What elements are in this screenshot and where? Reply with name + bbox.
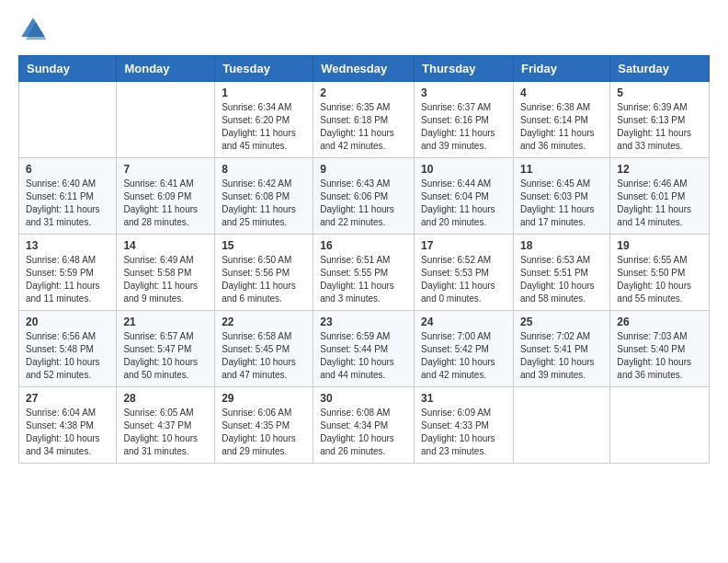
calendar-week-row: 13Sunrise: 6:48 AM Sunset: 5:59 PM Dayli…	[19, 235, 710, 311]
day-number: 14	[123, 239, 208, 252]
column-header-monday: Monday	[117, 56, 215, 82]
day-number: 31	[421, 392, 506, 405]
calendar-cell: 11Sunrise: 6:45 AM Sunset: 6:03 PM Dayli…	[513, 158, 609, 235]
calendar-week-row: 27Sunrise: 6:04 AM Sunset: 4:38 PM Dayli…	[19, 387, 710, 464]
day-number: 1	[222, 86, 306, 99]
column-header-friday: Friday	[513, 56, 609, 82]
day-number: 24	[421, 316, 506, 328]
calendar-cell: 18Sunrise: 6:53 AM Sunset: 5:51 PM Dayli…	[513, 235, 609, 311]
calendar-cell: 20Sunrise: 6:56 AM Sunset: 5:48 PM Dayli…	[19, 311, 117, 387]
day-number: 25	[520, 316, 603, 328]
day-number: 17	[421, 239, 506, 252]
calendar-cell	[610, 387, 710, 464]
day-info: Sunrise: 6:42 AM Sunset: 6:08 PM Dayligh…	[222, 178, 306, 229]
calendar-cell: 1Sunrise: 6:34 AM Sunset: 6:20 PM Daylig…	[215, 82, 313, 158]
calendar-cell: 25Sunrise: 7:02 AM Sunset: 5:41 PM Dayli…	[513, 311, 609, 387]
day-number: 13	[26, 239, 109, 252]
calendar-cell: 21Sunrise: 6:57 AM Sunset: 5:47 PM Dayli…	[117, 311, 215, 387]
day-number: 5	[617, 86, 702, 99]
day-number: 28	[123, 392, 208, 405]
day-number: 3	[421, 86, 506, 99]
calendar-cell: 26Sunrise: 7:03 AM Sunset: 5:40 PM Dayli…	[610, 311, 710, 387]
day-info: Sunrise: 6:38 AM Sunset: 6:14 PM Dayligh…	[520, 101, 603, 153]
logo	[18, 15, 53, 44]
calendar-cell: 2Sunrise: 6:35 AM Sunset: 6:18 PM Daylig…	[313, 82, 415, 158]
calendar-cell: 6Sunrise: 6:40 AM Sunset: 6:11 PM Daylig…	[19, 158, 117, 235]
day-info: Sunrise: 6:55 AM Sunset: 5:50 PM Dayligh…	[617, 254, 702, 305]
calendar-cell: 12Sunrise: 6:46 AM Sunset: 6:01 PM Dayli…	[610, 158, 710, 235]
calendar-cell: 13Sunrise: 6:48 AM Sunset: 5:59 PM Dayli…	[19, 235, 117, 311]
day-number: 4	[520, 86, 603, 99]
day-number: 11	[520, 163, 603, 176]
day-number: 9	[320, 163, 407, 176]
calendar-cell: 14Sunrise: 6:49 AM Sunset: 5:58 PM Dayli…	[117, 235, 215, 311]
calendar-cell	[117, 82, 215, 158]
day-info: Sunrise: 6:43 AM Sunset: 6:06 PM Dayligh…	[320, 178, 407, 229]
day-number: 8	[222, 163, 306, 176]
day-number: 6	[26, 163, 109, 176]
day-info: Sunrise: 6:41 AM Sunset: 6:09 PM Dayligh…	[123, 178, 208, 229]
day-info: Sunrise: 6:39 AM Sunset: 6:13 PM Dayligh…	[617, 101, 702, 153]
calendar-table: SundayMondayTuesdayWednesdayThursdayFrid…	[18, 55, 710, 464]
calendar-cell: 29Sunrise: 6:06 AM Sunset: 4:35 PM Dayli…	[215, 387, 313, 464]
day-number: 12	[617, 163, 702, 176]
day-number: 26	[617, 316, 702, 328]
calendar-cell	[19, 82, 117, 158]
calendar-cell: 16Sunrise: 6:51 AM Sunset: 5:55 PM Dayli…	[313, 235, 415, 311]
day-number: 29	[222, 392, 306, 405]
day-info: Sunrise: 6:49 AM Sunset: 5:58 PM Dayligh…	[123, 254, 208, 305]
day-number: 19	[617, 239, 702, 252]
day-info: Sunrise: 6:59 AM Sunset: 5:44 PM Dayligh…	[320, 330, 407, 382]
calendar-cell: 4Sunrise: 6:38 AM Sunset: 6:14 PM Daylig…	[513, 82, 609, 158]
calendar-cell: 24Sunrise: 7:00 AM Sunset: 5:42 PM Dayli…	[415, 311, 514, 387]
day-info: Sunrise: 7:00 AM Sunset: 5:42 PM Dayligh…	[421, 330, 506, 382]
day-info: Sunrise: 7:03 AM Sunset: 5:40 PM Dayligh…	[617, 330, 702, 382]
day-info: Sunrise: 6:53 AM Sunset: 5:51 PM Dayligh…	[520, 254, 603, 305]
day-number: 21	[123, 316, 208, 328]
day-info: Sunrise: 6:46 AM Sunset: 6:01 PM Dayligh…	[617, 178, 702, 229]
day-info: Sunrise: 6:09 AM Sunset: 4:33 PM Dayligh…	[421, 407, 506, 458]
day-number: 23	[320, 316, 407, 328]
calendar-cell: 15Sunrise: 6:50 AM Sunset: 5:56 PM Dayli…	[215, 235, 313, 311]
calendar-week-row: 6Sunrise: 6:40 AM Sunset: 6:11 PM Daylig…	[19, 158, 710, 235]
day-info: Sunrise: 6:51 AM Sunset: 5:55 PM Dayligh…	[320, 254, 407, 305]
column-header-thursday: Thursday	[415, 56, 514, 82]
day-info: Sunrise: 6:50 AM Sunset: 5:56 PM Dayligh…	[222, 254, 306, 305]
day-info: Sunrise: 6:05 AM Sunset: 4:37 PM Dayligh…	[123, 407, 208, 458]
day-info: Sunrise: 6:58 AM Sunset: 5:45 PM Dayligh…	[222, 330, 306, 382]
calendar-cell: 3Sunrise: 6:37 AM Sunset: 6:16 PM Daylig…	[415, 82, 514, 158]
day-number: 30	[320, 392, 407, 405]
day-number: 7	[123, 163, 208, 176]
day-info: Sunrise: 7:02 AM Sunset: 5:41 PM Dayligh…	[520, 330, 603, 382]
day-number: 2	[320, 86, 407, 99]
day-info: Sunrise: 6:35 AM Sunset: 6:18 PM Dayligh…	[320, 101, 407, 153]
day-info: Sunrise: 6:37 AM Sunset: 6:16 PM Dayligh…	[421, 101, 506, 153]
header	[18, 15, 710, 44]
calendar-cell: 19Sunrise: 6:55 AM Sunset: 5:50 PM Dayli…	[610, 235, 710, 311]
day-number: 27	[26, 392, 109, 405]
day-info: Sunrise: 6:52 AM Sunset: 5:53 PM Dayligh…	[421, 254, 506, 305]
day-info: Sunrise: 6:34 AM Sunset: 6:20 PM Dayligh…	[222, 101, 306, 153]
column-header-tuesday: Tuesday	[215, 56, 313, 82]
calendar-cell: 31Sunrise: 6:09 AM Sunset: 4:33 PM Dayli…	[415, 387, 514, 464]
calendar-cell: 22Sunrise: 6:58 AM Sunset: 5:45 PM Dayli…	[215, 311, 313, 387]
calendar-cell: 10Sunrise: 6:44 AM Sunset: 6:04 PM Dayli…	[415, 158, 514, 235]
calendar-cell: 7Sunrise: 6:41 AM Sunset: 6:09 PM Daylig…	[117, 158, 215, 235]
calendar-cell: 27Sunrise: 6:04 AM Sunset: 4:38 PM Dayli…	[19, 387, 117, 464]
calendar-cell: 5Sunrise: 6:39 AM Sunset: 6:13 PM Daylig…	[610, 82, 710, 158]
day-number: 18	[520, 239, 603, 252]
calendar-week-row: 20Sunrise: 6:56 AM Sunset: 5:48 PM Dayli…	[19, 311, 710, 387]
column-header-wednesday: Wednesday	[313, 56, 415, 82]
day-info: Sunrise: 6:44 AM Sunset: 6:04 PM Dayligh…	[421, 178, 506, 229]
column-header-sunday: Sunday	[19, 56, 117, 82]
day-info: Sunrise: 6:06 AM Sunset: 4:35 PM Dayligh…	[222, 407, 306, 458]
page: SundayMondayTuesdayWednesdayThursdayFrid…	[0, 0, 728, 482]
calendar-week-row: 1Sunrise: 6:34 AM Sunset: 6:20 PM Daylig…	[19, 82, 710, 158]
calendar-cell: 17Sunrise: 6:52 AM Sunset: 5:53 PM Dayli…	[415, 235, 514, 311]
calendar-cell: 30Sunrise: 6:08 AM Sunset: 4:34 PM Dayli…	[313, 387, 415, 464]
day-info: Sunrise: 6:48 AM Sunset: 5:59 PM Dayligh…	[26, 254, 109, 305]
day-number: 15	[222, 239, 306, 252]
day-info: Sunrise: 6:40 AM Sunset: 6:11 PM Dayligh…	[26, 178, 109, 229]
day-number: 22	[222, 316, 306, 328]
day-info: Sunrise: 6:04 AM Sunset: 4:38 PM Dayligh…	[26, 407, 109, 458]
